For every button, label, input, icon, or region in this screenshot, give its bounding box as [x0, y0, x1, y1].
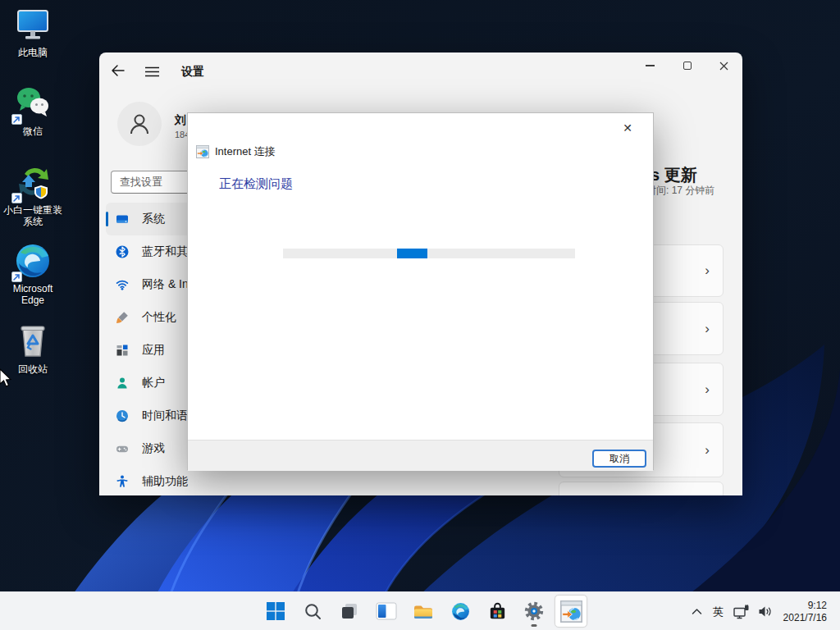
- desktop-icon-label-line1: Microsoft: [0, 283, 66, 294]
- desktop-icon-wechat[interactable]: 微信: [0, 84, 66, 137]
- sidebar-item-label: 时间和语: [142, 409, 188, 423]
- widgets-icon: [376, 601, 397, 621]
- desktop-icon-label: 此电脑: [0, 47, 66, 58]
- last-checked-fragment: 时间: 17 分钟前: [646, 184, 714, 198]
- internet-connection-troubleshooter-dialog: ✕ Internet 连接 正在检测问题 取消: [187, 112, 654, 470]
- close-icon: [719, 62, 728, 71]
- windows-update-heading-fragment: s 更新: [651, 164, 697, 186]
- chevron-right-icon: ›: [705, 381, 710, 398]
- window-title: 设置: [181, 65, 204, 80]
- brush-icon: [116, 311, 129, 324]
- mouse-cursor: [0, 368, 13, 388]
- running-indicator: [532, 624, 537, 627]
- desktop-icon-this-pc[interactable]: 此电脑: [0, 5, 66, 58]
- apps-icon: [116, 344, 129, 357]
- search-button[interactable]: [296, 595, 329, 628]
- sidebar-item-label: 辅助功能: [142, 474, 188, 489]
- chevron-right-icon: ›: [705, 321, 710, 337]
- network-tray-button[interactable]: [729, 600, 754, 624]
- reinstall-tool-icon: [13, 162, 52, 202]
- desktop-icon-edge[interactable]: Microsoft Edge: [0, 241, 66, 306]
- dialog-footer: 取消: [188, 440, 653, 471]
- sidebar-item-label: 系统: [142, 212, 165, 226]
- accessibility-icon: [116, 475, 129, 488]
- dialog-app-title: Internet 连接: [215, 144, 276, 159]
- tray-time: 9:12: [783, 600, 827, 612]
- close-icon: ✕: [623, 121, 632, 135]
- sidebar-item-label: 游戏: [142, 441, 165, 456]
- ime-indicator[interactable]: 英: [708, 600, 729, 624]
- window-close-button[interactable]: [705, 52, 742, 79]
- edge-icon: [450, 601, 471, 622]
- settings-card[interactable]: [559, 482, 724, 495]
- clock-icon: [116, 409, 129, 422]
- edge-taskbar-button[interactable]: [444, 595, 477, 628]
- store-bag-icon: [487, 601, 508, 621]
- task-view-icon: [340, 601, 359, 621]
- bluetooth-icon: [116, 245, 129, 258]
- volume-tray-button[interactable]: [754, 600, 777, 624]
- clock[interactable]: 9:12 2021/7/16: [783, 600, 827, 624]
- shortcut-arrow-icon: [11, 272, 22, 282]
- sidebar-item-label: 蓝牙和其: [142, 244, 188, 259]
- person-icon: [127, 112, 152, 136]
- taskbar: 英 9:12 2021/7/16: [0, 591, 840, 630]
- account-person-icon: [116, 377, 129, 390]
- progress-bar: [283, 249, 575, 258]
- progress-segment: [397, 249, 427, 258]
- dialog-status-heading: 正在检测问题: [219, 176, 293, 192]
- desktop-icon-label-line2: Edge: [0, 294, 66, 306]
- avatar[interactable]: [117, 102, 162, 146]
- sidebar-item-label: 网络 & In: [142, 277, 189, 292]
- start-button[interactable]: [259, 595, 292, 628]
- maximize-icon: [683, 62, 692, 70]
- sidebar-item-label: 帐户: [142, 376, 165, 390]
- speaker-icon: [758, 605, 773, 618]
- folder-icon: [413, 601, 434, 621]
- search-placeholder: 查找设置: [120, 175, 162, 189]
- shortcut-arrow-icon: [11, 114, 22, 125]
- chevron-up-icon: [692, 608, 702, 615]
- desktop-icon-label-line1: 小白一键重装: [0, 204, 66, 216]
- edge-icon: [13, 241, 52, 281]
- wifi-icon: [116, 278, 129, 291]
- selected-indicator: [106, 212, 108, 226]
- chevron-right-icon: ›: [705, 262, 710, 279]
- maximize-button[interactable]: [669, 52, 705, 79]
- desktop-icon-recycle-bin[interactable]: 回收站: [0, 322, 66, 375]
- internet-connection-icon: [560, 600, 582, 623]
- settings-taskbar-button[interactable]: [518, 595, 550, 628]
- cancel-button[interactable]: 取消: [592, 450, 646, 468]
- tray-overflow-button[interactable]: [687, 600, 708, 624]
- wechat-icon: [13, 84, 52, 123]
- user-name: 刘: [175, 113, 186, 128]
- search-icon: [304, 602, 322, 621]
- minimize-icon: [646, 65, 655, 66]
- chevron-right-icon: ›: [705, 442, 710, 459]
- sidebar-item-label: 个性化: [142, 310, 176, 325]
- this-pc-icon: [13, 5, 52, 44]
- tray-date: 2021/7/16: [783, 612, 827, 624]
- desktop-icon-label: 微信: [0, 126, 66, 137]
- dialog-close-button[interactable]: ✕: [617, 118, 638, 138]
- back-button[interactable]: [111, 64, 127, 79]
- sidebar-item-label: 应用: [142, 343, 165, 358]
- minimize-button[interactable]: [632, 52, 669, 79]
- widgets-button[interactable]: [370, 595, 403, 628]
- recycle-bin-icon: [13, 322, 52, 361]
- windows-logo-icon: [266, 601, 285, 621]
- desktop-icon-label-line2: 系统: [0, 216, 66, 227]
- gear-icon: [523, 600, 545, 622]
- file-explorer-button[interactable]: [407, 595, 440, 628]
- gamepad-icon: [116, 442, 129, 455]
- task-view-button[interactable]: [333, 595, 366, 628]
- internet-connection-icon: [196, 145, 209, 158]
- microsoft-store-button[interactable]: [481, 595, 514, 628]
- system-icon: [116, 212, 129, 226]
- ethernet-icon: [733, 605, 750, 619]
- troubleshooter-taskbar-button[interactable]: [555, 595, 587, 628]
- hamburger-menu-button[interactable]: [145, 66, 159, 80]
- desktop-icon-xiaobai-reinstall[interactable]: 小白一键重装 系统: [0, 162, 66, 227]
- shortcut-arrow-icon: [11, 193, 22, 203]
